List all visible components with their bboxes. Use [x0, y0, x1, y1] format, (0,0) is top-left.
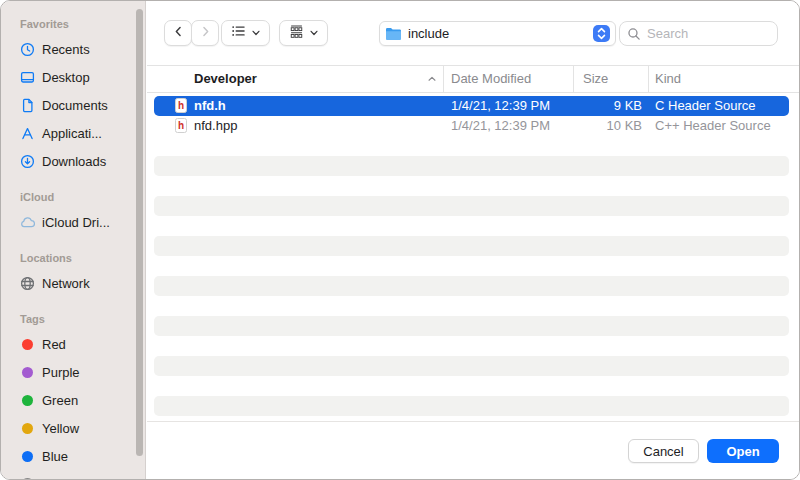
file-row-nfd-hpp[interactable]: hnfd.hpp1/4/21, 12:39 PM10 KBC++ Header … [147, 116, 799, 136]
tag-dot-icon [20, 365, 35, 380]
sidebar-item-recents[interactable]: Recents [1, 35, 145, 63]
file-icon-letter: h [178, 101, 184, 111]
tag-dot-icon [20, 337, 35, 352]
sidebar-item-applicati[interactable]: Applicati... [1, 119, 145, 147]
empty-list-row [147, 196, 799, 216]
sidebar-section-tags: TagsRedPurpleGreenYellowBlueAll Tags [1, 308, 145, 479]
empty-list-row [147, 236, 799, 256]
open-dialog-window: FavoritesRecentsDesktopDocumentsApplicat… [0, 0, 800, 480]
file-row-nfd-h[interactable]: hnfd.h1/4/21, 12:39 PM9 KBC Header Sourc… [147, 96, 799, 116]
tag-dot-icon [22, 451, 33, 462]
sidebar-item-label: All Tags [42, 477, 87, 480]
open-button[interactable]: Open [707, 439, 779, 463]
empty-list-row [147, 396, 799, 416]
column-header-date-modified[interactable]: Date Modified [451, 66, 531, 92]
sidebar-section-favorites: FavoritesRecentsDesktopDocumentsApplicat… [1, 13, 145, 175]
file-kind: C++ Header Source [655, 116, 771, 136]
sidebar-item-desktop[interactable]: Desktop [1, 63, 145, 91]
group-view-button[interactable] [279, 20, 328, 46]
empty-list-row [147, 296, 799, 316]
row-stripe [154, 276, 789, 296]
row-stripe [154, 236, 789, 256]
document-icon [20, 98, 35, 113]
globe-icon [20, 276, 35, 291]
location-dropdown[interactable]: include [379, 21, 616, 46]
list-view-button[interactable] [221, 20, 270, 46]
sidebar-section-icloud: iCloudiCloud Dri... [1, 186, 145, 236]
sidebar-item-red[interactable]: Red [1, 330, 145, 358]
file-icon-letter: h [178, 121, 184, 131]
cancel-button[interactable]: Cancel [628, 439, 699, 463]
column-header-kind[interactable]: Kind [655, 66, 681, 92]
footer-divider [147, 421, 799, 422]
back-button[interactable] [164, 20, 192, 46]
tag-dot-icon [22, 339, 33, 350]
empty-list-row [147, 216, 799, 236]
tag-dot-icon [22, 395, 33, 406]
row-stripe [154, 196, 789, 216]
header-file-icon: h [175, 118, 187, 133]
file-list: hnfd.h1/4/21, 12:39 PM9 KBC Header Sourc… [147, 96, 799, 416]
sidebar-item-label: Yellow [42, 421, 79, 436]
tag-dot-icon [22, 423, 33, 434]
sidebar-item-blue[interactable]: Blue [1, 442, 145, 470]
empty-list-row [147, 316, 799, 336]
stepper-icon[interactable] [593, 25, 610, 42]
row-stripe [154, 156, 789, 176]
sidebar-section-locations: LocationsNetwork [1, 247, 145, 297]
chevron-down-icon [251, 24, 261, 42]
sidebar-item-label: Network [42, 276, 90, 291]
cloud-icon [20, 215, 35, 230]
list-view-icon [231, 24, 246, 42]
search-field[interactable] [619, 21, 778, 46]
file-kind: C Header Source [655, 96, 755, 116]
desktop-icon [20, 70, 35, 85]
column-header-size[interactable]: Size [583, 66, 608, 92]
sidebar-item-icloud-dri[interactable]: iCloud Dri... [1, 208, 145, 236]
sidebar-scrollbar[interactable] [136, 9, 143, 456]
chevron-right-icon [199, 24, 212, 42]
file-name: nfd.h [194, 96, 226, 116]
tag-dot-icon [20, 449, 35, 464]
file-size: 9 KB [526, 96, 642, 116]
sidebar-item-all-tags[interactable]: All Tags [1, 470, 145, 479]
download-icon [20, 154, 35, 169]
sidebar-item-network[interactable]: Network [1, 269, 145, 297]
empty-list-row [147, 336, 799, 356]
column-header-row: Developer Date Modified Size Kind [147, 65, 799, 93]
circle-icon [20, 477, 35, 480]
sidebar-section-label: Favorites [1, 13, 145, 35]
column-header-developer[interactable]: Developer [194, 66, 257, 92]
column-separator[interactable] [443, 66, 444, 92]
sort-ascending-icon [424, 66, 440, 92]
magnifier-icon [627, 27, 641, 41]
search-input[interactable] [645, 25, 777, 42]
empty-list-row [147, 136, 799, 156]
sidebar-section-label: Tags [1, 308, 145, 330]
forward-button[interactable] [191, 20, 219, 46]
group-view-icon [289, 24, 304, 43]
row-stripe [154, 356, 789, 376]
folder-icon [385, 27, 402, 41]
sidebar-item-purple[interactable]: Purple [1, 358, 145, 386]
chevron-left-icon [172, 24, 185, 42]
sidebar-item-label: iCloud Dri... [42, 215, 110, 230]
sidebar-item-label: Purple [42, 365, 80, 380]
sidebar-item-label: Documents [42, 98, 108, 113]
sidebar-item-downloads[interactable]: Downloads [1, 147, 145, 175]
empty-list-row [147, 256, 799, 276]
column-separator[interactable] [573, 66, 574, 92]
sidebar-item-yellow[interactable]: Yellow [1, 414, 145, 442]
sidebar-item-documents[interactable]: Documents [1, 91, 145, 119]
sidebar-item-green[interactable]: Green [1, 386, 145, 414]
tag-dot-icon [20, 393, 35, 408]
row-stripe [154, 316, 789, 336]
empty-list-row [147, 376, 799, 396]
sidebar-item-label: Applicati... [42, 126, 102, 141]
column-separator[interactable] [648, 66, 649, 92]
sidebar-item-label: Red [42, 337, 66, 352]
header-file-icon: h [175, 98, 187, 113]
sidebar-sections: FavoritesRecentsDesktopDocumentsApplicat… [1, 13, 145, 479]
sidebar: FavoritesRecentsDesktopDocumentsApplicat… [1, 1, 146, 479]
empty-list-row [147, 356, 799, 376]
